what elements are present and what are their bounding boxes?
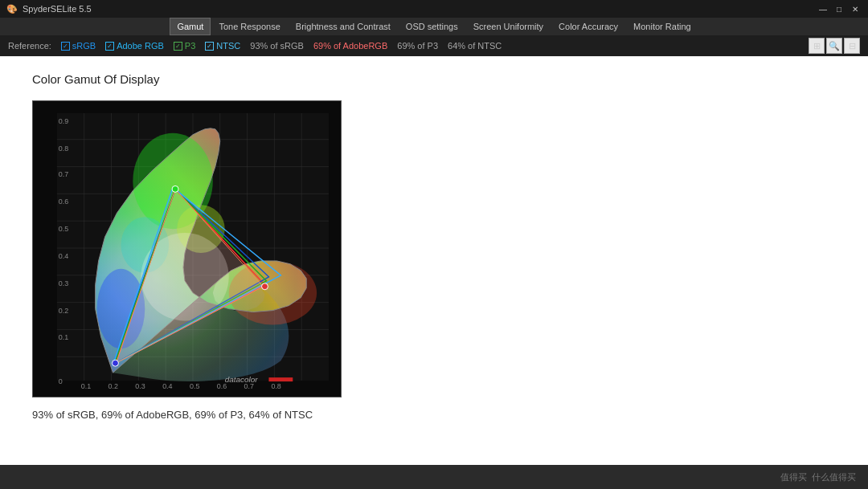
main-content: Color Gamut Of Display [0, 56, 868, 465]
statusbar: 值得买 什么值得买 [0, 465, 868, 489]
app-title: SpyderSELite 5.5 [23, 4, 92, 14]
svg-text:0: 0 [59, 377, 63, 385]
minimize-button[interactable]: — [817, 2, 829, 15]
titlebar: 🎨 SpyderSELite 5.5 — □ ✕ [0, 0, 868, 18]
93srgb-label: 93% of sRGB [250, 41, 304, 51]
svg-text:0.2: 0.2 [108, 382, 118, 390]
tab-monitor-rating[interactable]: Monitor Rating [626, 18, 698, 35]
svg-point-51 [261, 283, 268, 290]
svg-text:0.4: 0.4 [162, 382, 172, 390]
tab-brightness-contrast[interactable]: Brightness and Contrast [289, 18, 398, 35]
zoom-out-icon[interactable]: ⊟ [844, 38, 860, 54]
svg-text:0.1: 0.1 [81, 382, 91, 390]
cie-chart: 0.9 0.8 0.7 0.6 0.5 0.4 0.3 0.2 0.1 0 0.… [32, 100, 342, 397]
svg-text:0.5: 0.5 [59, 225, 68, 233]
svg-text:datacolor: datacolor [225, 375, 259, 384]
ref-srgb: ✓ sRGB [61, 41, 96, 51]
svg-point-52 [113, 360, 119, 366]
tab-gamut[interactable]: Gamut [170, 18, 211, 35]
ref-93srgb: 93% of sRGB [250, 41, 304, 51]
close-button[interactable]: ✕ [849, 2, 862, 15]
ref-adobergb: ✓ Adobe RGB [105, 41, 164, 51]
64ntsc-label: 64% of NTSC [448, 41, 502, 51]
navigation-tabs: Gamut Tone Response Brightness and Contr… [0, 18, 868, 35]
maximize-button[interactable]: □ [833, 2, 845, 15]
tab-tone-response[interactable]: Tone Response [211, 18, 287, 35]
svg-rect-54 [268, 377, 293, 381]
69p3-label: 69% of P3 [397, 41, 438, 51]
watermark-text: 值得买 什么值得买 [780, 471, 856, 483]
svg-text:0.1: 0.1 [59, 333, 68, 341]
svg-text:0.3: 0.3 [59, 279, 68, 287]
tab-osd-settings[interactable]: OSD settings [399, 18, 465, 35]
adobergb-checkbox[interactable]: ✓ [105, 42, 114, 51]
svg-text:0.5: 0.5 [190, 382, 199, 390]
svg-text:0.2: 0.2 [59, 307, 68, 315]
ref-64ntsc: 64% of NTSC [448, 41, 502, 51]
svg-text:0.7: 0.7 [59, 170, 68, 178]
svg-text:0.3: 0.3 [135, 382, 145, 390]
srgb-checkbox[interactable]: ✓ [61, 42, 70, 51]
adobergb-label: Adobe RGB [117, 41, 164, 51]
p3-label: P3 [185, 41, 195, 51]
69adobergb-label: 69% of AdobeRGB [313, 41, 387, 51]
svg-text:0.9: 0.9 [59, 117, 68, 125]
window-controls: — □ ✕ [817, 2, 862, 15]
tab-screen-uniformity[interactable]: Screen Uniformity [466, 18, 551, 35]
ntsc-label: NTSC [216, 41, 240, 51]
ref-69adobergb: 69% of AdobeRGB [313, 41, 387, 51]
svg-text:0.8: 0.8 [59, 145, 68, 153]
ref-69p3: 69% of P3 [397, 41, 438, 51]
ref-p3: ✓ P3 [174, 41, 195, 51]
ref-ntsc: ✓ NTSC [205, 41, 240, 51]
titlebar-left: 🎨 SpyderSELite 5.5 [6, 4, 92, 14]
summary-text: 93% of sRGB, 69% of AdobeRGB, 69% of P3,… [32, 409, 836, 421]
reference-bar: Reference: ✓ sRGB ✓ Adobe RGB ✓ P3 ✓ NTS… [0, 35, 868, 56]
svg-text:0.6: 0.6 [59, 198, 68, 206]
page-heading: Color Gamut Of Display [32, 72, 836, 86]
svg-point-50 [172, 185, 178, 192]
tab-color-accuracy[interactable]: Color Accuracy [551, 18, 625, 35]
reference-label: Reference: [8, 41, 51, 51]
cie-diagram-svg: 0.9 0.8 0.7 0.6 0.5 0.4 0.3 0.2 0.1 0 0.… [33, 101, 341, 397]
svg-text:0.8: 0.8 [271, 382, 280, 390]
srgb-label: sRGB [72, 41, 96, 51]
app-icon: 🎨 [6, 4, 18, 14]
p3-checkbox[interactable]: ✓ [174, 42, 182, 51]
zoom-fit-icon[interactable]: ⊞ [809, 38, 825, 54]
zoom-in-icon[interactable]: 🔍 [826, 38, 842, 54]
svg-text:0.4: 0.4 [59, 252, 68, 260]
ntsc-checkbox[interactable]: ✓ [205, 42, 214, 51]
